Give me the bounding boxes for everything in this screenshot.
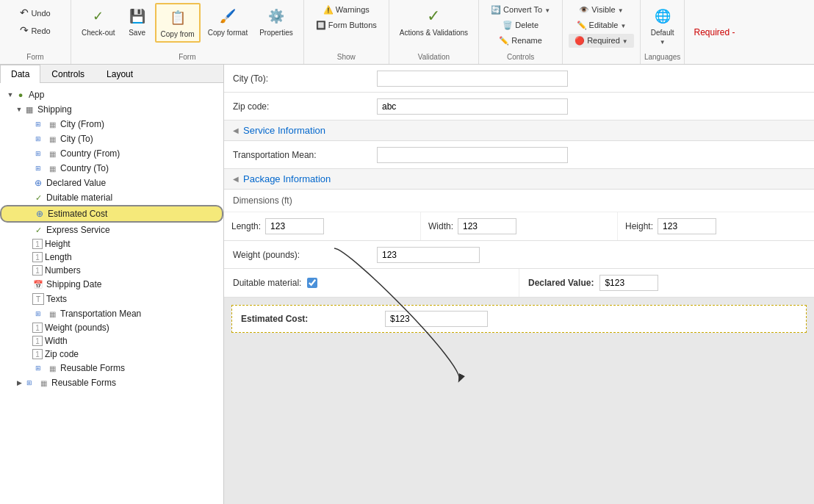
tree-item-reusable-forms[interactable]: ▶ ⊞ ▦ Reusable Forms [0, 375, 223, 390]
tree-item-reusable-forms-child[interactable]: ⊞ ▦ Reusable Forms [0, 361, 223, 375]
tree-item-width[interactable]: 1 Width [0, 334, 223, 348]
tree-item-declared-value[interactable]: ⊕ Declared Value [0, 176, 223, 190]
controls-right-group: 👁️ Visible ▼ ✏️ Editable ▼ 🔴 Required ▼ [563, 0, 641, 64]
sidebar-tree: ▼ ● App ▼ ▦ Shipping ⊞ ▦ City (From) [0, 83, 223, 504]
height-input[interactable] [658, 218, 716, 234]
tree-item-city-from[interactable]: ⊞ ▦ City (From) [0, 117, 223, 132]
width-icon: 1 [32, 336, 43, 346]
copy-from-button[interactable]: 📋 Copy from [155, 3, 201, 43]
transportation-mean-icon1: ⊞ [32, 308, 44, 320]
tree-item-estimated-cost[interactable]: ⊕ Estimated Cost [0, 205, 223, 223]
estimated-cost-icon: ⊕ [34, 208, 46, 220]
languages-group: 🌐 Default ▼ Languages [641, 0, 685, 64]
city-to-row: City (To): [224, 65, 814, 93]
package-info-title: Package Information [243, 173, 331, 184]
editable-button[interactable]: ✏️ Editable ▼ [569, 18, 634, 32]
sidebar-tabs: Data Controls Layout [0, 65, 223, 83]
length-input[interactable] [265, 218, 324, 234]
languages-label: Languages [644, 53, 681, 61]
width-cell: Width: [421, 212, 618, 240]
tree-item-texts[interactable]: T Texts [0, 292, 223, 306]
warnings-icon: ⚠️ [323, 5, 334, 14]
undo-button[interactable]: ↶ Undo [6, 4, 65, 21]
toolbar: ↶ Undo ↷ Redo Form ✓ Check-out 💾 Save 📋 … [0, 0, 814, 65]
properties-icon: ⚙️ [266, 6, 287, 26]
duitable-checkbox[interactable] [307, 278, 317, 288]
form-buttons-icon: 🔲 [316, 21, 326, 29]
visible-button[interactable]: 👁️ Visible ▼ [569, 3, 634, 17]
estimated-cost-label: Estimated Cost: [232, 308, 379, 330]
service-info-header[interactable]: ◀ Service Information [224, 120, 814, 141]
tree-item-express-service[interactable]: ✓ Express Service [0, 223, 223, 237]
declared-value-label: Declared Value: [528, 278, 594, 288]
tree-item-shipping[interactable]: ▼ ▦ Shipping [0, 102, 223, 117]
zip-code-input[interactable] [377, 98, 568, 115]
tree-item-transportation-mean[interactable]: ⊞ ▦ Transportation Mean [0, 306, 223, 321]
tree-item-numbers[interactable]: 1 Numbers [0, 264, 223, 277]
reusable-forms-toggle[interactable]: ▶ [15, 379, 24, 386]
zip-code-row: Zip code: [224, 93, 814, 120]
tab-controls[interactable]: Controls [40, 65, 96, 83]
app-icon: ● [15, 89, 26, 101]
dimensions-label: Dimensions (ft) [224, 190, 814, 212]
show-group: ⚠️ Warnings 🔲 Form Buttons Show [304, 0, 389, 64]
reusable-forms-icon1: ⊞ [24, 377, 35, 389]
width-input[interactable] [458, 218, 516, 234]
shipping-toggle[interactable]: ▼ [15, 106, 24, 113]
service-info-section: ◀ Service Information Transportation Mea… [224, 120, 814, 169]
zip-code-icon: 1 [32, 349, 43, 359]
copy-format-button[interactable]: 🖌️ Copy format [204, 3, 252, 40]
save-button[interactable]: 💾 Save [123, 3, 152, 40]
actions-validations-button[interactable]: ✓ Actions & Validations [395, 3, 472, 40]
weight-label: Weight (pounds): [224, 244, 371, 266]
delete-icon: 🗑️ [503, 21, 513, 29]
tab-layout[interactable]: Layout [96, 65, 144, 83]
tree-item-country-from[interactable]: ⊞ ▦ Country (From) [0, 146, 223, 161]
tree-item-length[interactable]: 1 Length [0, 251, 223, 264]
city-to-input[interactable] [377, 71, 568, 87]
checkout-button[interactable]: ✓ Check-out [77, 3, 120, 40]
tree-item-duitable[interactable]: ✓ Duitable material [0, 190, 223, 205]
estimated-cost-field [379, 306, 806, 331]
declared-value-input[interactable] [599, 275, 658, 291]
tree-item-app[interactable]: ▼ ● App [0, 87, 223, 102]
tree-item-country-to[interactable]: ⊞ ▦ Country (To) [0, 161, 223, 176]
delete-button[interactable]: 🗑️ Delete [485, 18, 556, 32]
height-label: Height: [625, 221, 653, 231]
app-toggle[interactable]: ▼ [6, 91, 15, 98]
weight-input[interactable] [377, 247, 480, 263]
tree-item-weight-pounds[interactable]: 1 Weight (pounds) [0, 321, 223, 334]
show-label: Show [337, 53, 356, 61]
rename-button[interactable]: ✏️ Rename [485, 34, 556, 48]
required-button[interactable]: 🔴 Required ▼ [569, 34, 634, 48]
default-icon: 🌐 [652, 6, 673, 26]
duitable-label: Duitable material: [233, 278, 301, 288]
zip-code-label: Zip code: [224, 96, 371, 118]
duitable-declared-row: Duitable material: Declared Value: [224, 269, 814, 298]
service-collapse-icon: ◀ [233, 126, 239, 134]
redo-button[interactable]: ↷ Redo [6, 22, 65, 38]
country-from-grid-icon: ▦ [46, 148, 58, 159]
tree-item-zip-code[interactable]: 1 Zip code [0, 348, 223, 361]
warnings-button[interactable]: ⚠️ Warnings [310, 3, 383, 17]
tree-item-height[interactable]: 1 Height [0, 237, 223, 251]
convert-icon: 🔄 [491, 5, 501, 14]
convert-to-button[interactable]: 🔄 Convert To ▼ [485, 3, 556, 17]
service-info-title: Service Information [243, 125, 325, 136]
tree-item-shipping-date[interactable]: 📅 Shipping Date [0, 277, 223, 292]
package-info-header[interactable]: ◀ Package Information [224, 169, 814, 190]
tab-data[interactable]: Data [0, 65, 40, 83]
declared-value-cell: Declared Value: [519, 269, 814, 297]
default-button[interactable]: 🌐 Default ▼ [646, 3, 679, 48]
required-icon: 🔴 [575, 36, 585, 45]
properties-button[interactable]: ⚙️ Properties [255, 3, 298, 40]
tree-item-city-to[interactable]: ⊞ ▦ City (To) [0, 132, 223, 146]
transportation-mean-input[interactable] [377, 147, 568, 163]
form-buttons-button[interactable]: 🔲 Form Buttons [310, 18, 383, 32]
controls-label: Controls [507, 53, 534, 61]
numbers-icon: 1 [32, 265, 43, 276]
texts-icon: T [32, 293, 44, 305]
express-service-icon: ✓ [32, 224, 44, 236]
estimated-cost-input[interactable] [385, 311, 488, 327]
copy-from-icon: 📋 [168, 7, 188, 28]
